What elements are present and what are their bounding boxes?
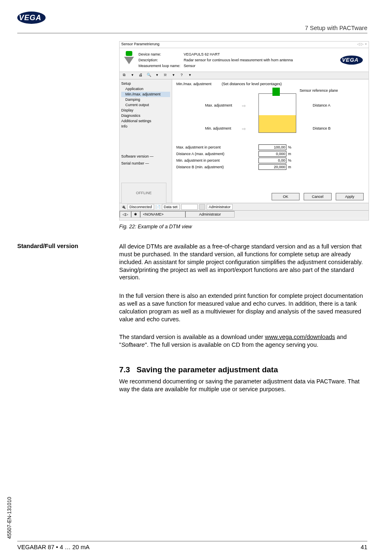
fields-area: Max. adjustment in percent % Distance A … <box>176 144 364 170</box>
section-header: 7 Setup with PACTware <box>305 25 367 31</box>
status-noname: <NONAME> <box>140 211 185 218</box>
panel-header: Min./max. adjustment (Set distances for … <box>176 82 364 86</box>
panel-title: Min./max. adjustment <box>176 82 212 86</box>
unit: % <box>288 158 291 162</box>
paragraph-2: In the full version there is also an ext… <box>119 292 367 323</box>
statusbar-1: 🔌 Disconnected 📄 Data set Administrator <box>120 203 369 210</box>
tree-sw-version: Software version — <box>121 154 170 159</box>
toolbar-icon[interactable]: ? <box>179 73 184 79</box>
status-connection: Disconnected <box>127 204 154 210</box>
field-row: Distance B (min. adjustment) m <box>176 164 364 170</box>
vega-logo-text: VEGA <box>17 12 46 24</box>
window-title: Sensor Parametrierung <box>121 42 159 47</box>
tree-serial: Serial number — <box>121 161 170 166</box>
toolbar-icon[interactable]: ⧉ <box>121 73 127 79</box>
header-labels: Device name: Description: Measurement lo… <box>138 51 180 69</box>
field-label: Distance A (max. adjustment) <box>176 152 258 156</box>
dialog-buttons: OK Cancel Apply <box>272 193 364 200</box>
para3-c: ". The full version is available on CD f… <box>145 341 318 348</box>
toolbar-icon[interactable]: ▾ <box>171 73 176 79</box>
min-percent-input[interactable] <box>258 158 286 163</box>
header-rule <box>17 33 367 33</box>
arrow-icon: ⇨ <box>242 126 254 132</box>
window-controls[interactable]: ◁ ▷ × <box>357 42 367 47</box>
unit: % <box>288 145 291 149</box>
label-description: Description: <box>138 57 180 63</box>
section-heading-7-3: 7.3 Saving the parameter adjustment data <box>119 365 278 374</box>
margin-heading: Standard/Full version <box>17 243 78 249</box>
tree-current-output[interactable]: Current output <box>121 102 170 108</box>
field-label: Max. adjustment in percent <box>176 145 258 149</box>
tank-shape <box>258 93 296 133</box>
ss-body: Setup Application Min./max. adjustment D… <box>120 79 369 203</box>
heading-title: Saving the parameter adjustment data <box>136 365 278 374</box>
download-link[interactable]: www.vega.com/downloads <box>265 334 335 340</box>
paragraph-4: We recommend documenting or saving the p… <box>119 378 367 393</box>
paragraph-3: The standard version is available as a d… <box>119 333 367 349</box>
statusbar-2: ◁▷ ✱ <NONAME> Administrator <box>120 210 369 218</box>
toolbar-icon[interactable]: ▾ <box>154 73 160 79</box>
status-blank <box>181 204 198 210</box>
tree-diagnostics[interactable]: Diagnostics <box>121 113 170 118</box>
status-user: Administrator <box>207 204 233 210</box>
ref-plane-label: Sensor reference plane <box>300 88 338 93</box>
status-star: ✱ <box>131 211 140 218</box>
toolbar-icon[interactable]: ⛭ <box>162 73 168 79</box>
tank-diagram: Sensor reference plane Max. adjustment M… <box>176 89 364 139</box>
cancel-button[interactable]: Cancel <box>304 193 332 200</box>
field-row: Min. adjustment in percent % <box>176 158 364 163</box>
label-device-name: Device name: <box>138 51 180 57</box>
sensor-icon <box>122 51 136 69</box>
tree-setup[interactable]: Setup <box>121 81 170 86</box>
footer-product: VEGABAR 87 • 4 … 20 mA <box>17 544 90 550</box>
document-id: 45507-EN-131010 <box>7 497 12 539</box>
tree-minmax[interactable]: Min./max. adjustment <box>121 92 170 97</box>
vega-logo-top: VEGA <box>17 12 46 24</box>
nav-arrows[interactable]: ◁▷ <box>120 211 131 218</box>
field-row: Max. adjustment in percent % <box>176 144 364 150</box>
distance-b-label: Distance B <box>313 126 331 130</box>
field-label: Min. adjustment in percent <box>176 158 258 162</box>
tree-info[interactable]: Info <box>121 124 170 129</box>
label-loop-name: Measurement loop name: <box>138 63 180 69</box>
toolbar-icon[interactable]: ▾ <box>129 73 135 79</box>
toolbar: ⧉ ▾ 🖨 🔍 ▾ ⛭ ▾ ? ▾ <box>120 72 369 79</box>
min-adj-label: Min. adjustment <box>205 126 231 130</box>
page-number: 41 <box>361 544 367 550</box>
value-loop-name: Sensor <box>184 63 293 69</box>
max-percent-input[interactable] <box>258 144 286 150</box>
footer-rule <box>17 541 367 541</box>
para3-a: The standard version is available as a d… <box>119 334 265 340</box>
window-titlebar: Sensor Parametrierung ◁ ▷ × <box>120 42 369 48</box>
toolbar-icon[interactable]: ▾ <box>187 73 193 79</box>
header-values: VEGAPULS 62 HART Radar sensor for contin… <box>184 51 293 69</box>
sensor-ref-icon <box>272 88 280 96</box>
status-dataset: Data set <box>162 204 180 210</box>
panel-hint: (Set distances for level percentages) <box>222 82 282 86</box>
software-italic: Software <box>121 341 145 348</box>
paragraph-1: All device DTMs are available as a free-… <box>119 243 367 281</box>
max-adj-label: Max. adjustment <box>205 103 232 107</box>
tree-damping[interactable]: Damping <box>121 97 170 102</box>
figure-caption: Fig. 22: Example of a DTM view <box>119 224 192 230</box>
tree-display[interactable]: Display <box>121 108 170 113</box>
distance-b-input[interactable] <box>258 164 286 170</box>
field-label: Distance B (min. adjustment) <box>176 165 258 169</box>
toolbar-icon[interactable]: 🖨 <box>138 73 143 79</box>
distance-a-label: Distance A <box>313 103 330 107</box>
ok-button[interactable]: OK <box>272 193 300 200</box>
nav-tree: Setup Application Min./max. adjustment D… <box>120 79 172 203</box>
tree-application[interactable]: Application <box>121 86 170 92</box>
value-description: Radar sensor for continuous level measur… <box>184 57 293 63</box>
main-panel: Min./max. adjustment (Set distances for … <box>172 79 369 203</box>
arrow-icon: ⇨ <box>242 103 254 109</box>
toolbar-icon[interactable]: 🔍 <box>146 73 152 79</box>
unit: m <box>288 165 291 169</box>
status-admin: Administrator <box>185 211 235 218</box>
device-header: Device name: Description: Measurement lo… <box>120 48 369 72</box>
tree-additional[interactable]: Additional settings <box>121 118 170 124</box>
apply-button[interactable]: Apply <box>336 193 364 200</box>
distance-a-input[interactable] <box>258 151 286 157</box>
vega-logo-inner: VEGA <box>340 56 363 65</box>
field-row: Distance A (max. adjustment) m <box>176 151 364 157</box>
